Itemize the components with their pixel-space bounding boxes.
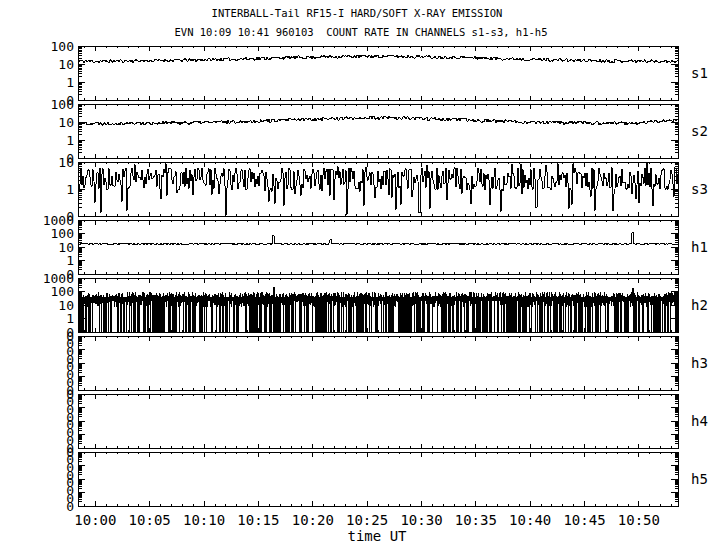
channel-label-h5: h5 [691,471,708,487]
y-tick-label-s3: 1 [66,182,74,197]
panel-frame-h3 [78,336,678,390]
y-tick-label-s3: 10 [58,155,74,170]
y-tick-label-h5: 0 [66,499,74,514]
panel-frame-h5 [78,452,678,506]
x-tick-label: 10:35 [455,512,497,528]
y-tick-label-s1: 10 [58,57,74,72]
panel-frame-s2 [78,104,678,158]
y-tick-label-s2: 10 [58,115,74,130]
trace-h2 [78,287,678,332]
panel-frame-h1 [78,220,678,274]
panel-h5: 00000000h5 [66,445,708,514]
x-tick-label: 10:00 [74,512,116,528]
chart-subtitle: EVN 10:09 10:41 960103 COUNT RATE IN CHA… [175,26,548,38]
x-axis-label: time UT [347,528,407,544]
x-tick-label: 10:20 [292,512,334,528]
ticks-h5 [78,452,678,506]
channel-label-s3: s3 [691,181,708,197]
channel-label-s2: s2 [691,123,708,139]
x-tick-labels: 10:0010:0510:1010:1510:2010:2510:3010:35… [74,512,660,528]
y-tick-label-s1: 1 [66,75,74,90]
channel-label-h4: h4 [691,413,708,429]
y-tick-label-s2: 100 [51,97,74,112]
xray-emission-plot-window: INTERBALL-Tail RF15-I HARD/SOFT X-RAY EM… [0,0,720,550]
panel-s3: 1010s3 [58,155,708,224]
panel-frame-s3 [78,162,678,216]
trace-s3 [78,163,678,216]
x-tick-label: 10:45 [563,512,605,528]
ticks-h3 [78,336,678,390]
panel-h2: 10001001010h2 [43,271,708,340]
panel-h1: 10001001010h1 [43,213,708,282]
panel-frame-s1 [78,46,678,100]
panel-h4: 00000000h4 [66,387,708,456]
x-tick-label: 10:15 [237,512,279,528]
trace-h1 [78,232,678,245]
channel-label-s1: s1 [691,65,708,81]
ticks-s3 [78,162,678,216]
trace-s1 [78,55,678,63]
ticks-h1 [78,220,678,274]
x-tick-label: 10:50 [618,512,660,528]
channel-label-h3: h3 [691,355,708,371]
x-tick-label: 10:10 [183,512,225,528]
panel-frame-h4 [78,394,678,448]
x-tick-label: 10:30 [400,512,442,528]
y-tick-label-s2: 1 [66,133,74,148]
panel-h3: 00000000h3 [66,329,708,398]
panel-s1: 1001010s1 [51,39,708,108]
ticks-s1 [78,46,678,100]
chart-canvas: INTERBALL-Tail RF15-I HARD/SOFT X-RAY EM… [0,0,720,550]
channel-label-h2: h2 [691,297,708,313]
panel-s2: 1001010s2 [51,97,708,166]
channel-label-h1: h1 [691,239,708,255]
y-tick-label-s1: 100 [51,39,74,54]
x-tick-label: 10:05 [129,512,171,528]
ticks-s2 [78,104,678,158]
chart-title: INTERBALL-Tail RF15-I HARD/SOFT X-RAY EM… [212,7,503,19]
x-tick-label: 10:25 [346,512,388,528]
ticks-h4 [78,394,678,448]
panels-group: 1001010s11001010s21010s310001001010h1100… [43,39,708,529]
trace-s2 [78,116,678,125]
x-tick-label: 10:40 [509,512,551,528]
